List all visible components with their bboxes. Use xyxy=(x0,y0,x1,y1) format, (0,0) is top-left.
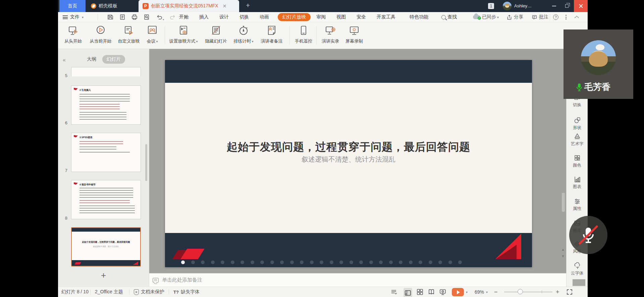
print-button[interactable] xyxy=(131,14,139,20)
speaker-notes-button[interactable]: 演讲者备注 xyxy=(258,25,285,44)
zoom-slider-handle[interactable] xyxy=(518,289,523,294)
close-window-button[interactable] xyxy=(574,0,588,12)
tab-docer-templates[interactable]: 稻壳模板 xyxy=(87,0,121,12)
tab-document[interactable]: P 创新立项实用经验交流0517MFX ✕ xyxy=(139,0,239,12)
slide-title[interactable]: 起始于发现问题，过程贯穿于问题，最后回答问题 xyxy=(165,140,532,155)
tab-document-label: 创新立项实用经验交流0517MFX xyxy=(151,3,218,9)
more-menu-button[interactable] xyxy=(566,12,567,22)
tab-slides[interactable]: 幻灯片 xyxy=(102,55,125,64)
presenter-view-button[interactable] xyxy=(439,287,446,297)
tab-outline[interactable]: 大纲 xyxy=(87,56,96,62)
find-button[interactable]: 查找 xyxy=(441,12,457,22)
comment-button[interactable]: 批注 xyxy=(532,12,548,22)
restore-button[interactable] xyxy=(561,0,573,12)
redo-button[interactable] xyxy=(169,14,177,20)
tab-home[interactable]: 首页 xyxy=(59,0,86,12)
undo-button[interactable]: ▾ xyxy=(156,14,166,20)
play-from-start-button[interactable]: 从头开始 xyxy=(62,25,84,44)
protection-status[interactable]: ✕ 文档未保护 xyxy=(134,287,164,297)
microphone-muted-button[interactable] xyxy=(569,216,607,254)
share-button[interactable]: 分享 xyxy=(506,12,523,22)
lecture-record-button[interactable]: 演讲实录 xyxy=(320,25,341,44)
theme-name[interactable]: 2_Office 主题 xyxy=(95,287,123,297)
zoom-level[interactable]: 69%▾ xyxy=(475,287,488,297)
play-from-current-button[interactable]: 从当前开始 xyxy=(88,25,114,44)
file-menu[interactable]: 文件 ▾ xyxy=(63,12,84,22)
progress-dot xyxy=(280,260,284,264)
slide-sorter-view-button[interactable] xyxy=(416,287,424,297)
minimize-button[interactable] xyxy=(548,0,560,12)
normal-view-button[interactable] xyxy=(404,288,412,297)
new-tab-button[interactable]: + xyxy=(246,1,250,9)
sidebar-item-shapes[interactable]: 形状 xyxy=(567,117,588,131)
progress-dot xyxy=(221,260,224,264)
ppt-file-icon: P xyxy=(143,3,149,9)
zoom-in-button[interactable]: + xyxy=(556,287,559,297)
menu-item-security[interactable]: 安全 xyxy=(356,12,367,22)
previous-slide-button[interactable]: ▲ xyxy=(561,247,565,251)
reading-view-button[interactable] xyxy=(428,287,435,297)
sidebar-item-chart[interactable]: 图表 xyxy=(567,176,588,190)
slide-thumbnail-8-selected[interactable]: 起始于发现问题，过程贯穿于问题，最后回答问题 叙述逻辑不清楚、统计方法混乱 xyxy=(71,227,141,266)
print-preview-button[interactable] xyxy=(143,14,151,20)
export-button[interactable] xyxy=(119,14,126,20)
notes-bar[interactable]: 单击此处添加备注 xyxy=(149,273,566,287)
add-slide-button[interactable]: + xyxy=(58,270,149,281)
status-bar: 幻灯片 8 / 10 2_Office 主题 ✕ 文档未保护 T? 缺失字体 ▾… xyxy=(58,287,588,297)
missing-font-status[interactable]: T? 缺失字体 xyxy=(173,287,200,297)
custom-show-button[interactable]: 自定义放映 xyxy=(116,25,142,44)
next-slide-button[interactable]: ▼ xyxy=(561,254,565,258)
sidebar-scroll-corner[interactable] xyxy=(573,279,585,286)
menu-item-devtools[interactable]: 开发工具 xyxy=(376,12,396,22)
slide-bottom-band xyxy=(165,233,532,267)
menu-item-view[interactable]: 视图 xyxy=(336,12,346,22)
menu-item-slideshow-active[interactable]: 幻灯片放映 xyxy=(278,13,311,21)
progress-dot xyxy=(359,260,363,264)
menu-item-animation[interactable]: 动画 xyxy=(259,12,270,22)
collapse-ribbon-button[interactable] xyxy=(575,12,578,22)
sidebar-item-color[interactable]: 颜色 xyxy=(567,154,588,168)
zoom-out-button[interactable]: − xyxy=(494,287,498,297)
sync-status-button[interactable]: 已同步▾ xyxy=(473,12,499,22)
collapse-panel-button[interactable]: « xyxy=(63,57,66,63)
start-slideshow-button[interactable] xyxy=(452,288,464,296)
sidebar-item-properties[interactable]: 属性 xyxy=(567,197,588,212)
wordart-icon xyxy=(574,133,581,140)
menu-bar: 文件 ▾ ▾ 开始 插入 设计 切换 动画 幻灯片放映 审阅 视图 安全 开发工… xyxy=(58,12,588,22)
sidebar-item-wordart[interactable]: 艺术字 xyxy=(567,133,588,147)
slide-thumbnail-7[interactable]: 4 项目书中细节 xyxy=(71,180,141,219)
rehearse-timing-button[interactable]: 排练计时▾ xyxy=(231,25,256,44)
menu-item-features[interactable]: 特色功能 xyxy=(409,12,429,22)
slideshow-dropdown[interactable]: ▾ xyxy=(466,287,468,297)
help-button[interactable]: ? xyxy=(553,12,558,22)
close-tab-icon[interactable]: ✕ xyxy=(223,3,227,9)
current-slide[interactable]: 起始于发现问题，过程贯穿于问题，最后回答问题 叙述逻辑不清楚、统计方法混乱 xyxy=(165,60,532,267)
slide-thumbnail-6[interactable]: 3 SPSS使用 xyxy=(71,133,141,172)
menu-item-transition[interactable]: 切换 xyxy=(239,12,250,22)
menu-item-insert[interactable]: 插入 xyxy=(199,12,209,22)
meeting-button[interactable]: 会议▾ xyxy=(144,25,161,44)
show-settings-button[interactable]: 设置放映方式▾ xyxy=(168,25,199,44)
microphone-on-icon xyxy=(576,83,583,92)
panel-scrollbar-thumb[interactable] xyxy=(145,144,147,181)
account-avatar[interactable] xyxy=(503,2,512,10)
phone-remote-button[interactable]: 手机遥控 xyxy=(293,25,314,44)
slide-thumbnail-partial[interactable] xyxy=(71,67,141,76)
sidebar-item-cloud-font[interactable]: 云字体 xyxy=(567,262,588,276)
menu-item-home[interactable]: 开始 xyxy=(178,12,189,22)
slide-subtitle[interactable]: 叙述逻辑不清楚、统计方法混乱 xyxy=(165,155,532,164)
menu-item-review[interactable]: 审阅 xyxy=(316,12,326,22)
screen-record-button[interactable]: 屏幕录制 xyxy=(343,25,365,44)
participant-video-tile[interactable]: 毛芳香 xyxy=(564,29,633,99)
slide-number: 7 xyxy=(59,168,67,173)
slide-thumbnail-5[interactable]: 2 引用插入 xyxy=(71,85,141,125)
hide-slide-button[interactable]: 隐藏幻灯片 xyxy=(203,25,229,44)
notification-badge[interactable]: 1 xyxy=(488,3,494,9)
notes-toggle-button[interactable] xyxy=(390,287,397,297)
menu-item-design[interactable]: 设计 xyxy=(219,12,229,22)
zoom-slider-track[interactable] xyxy=(504,292,552,292)
canvas-scrollbar-thumb[interactable] xyxy=(562,193,565,212)
account-name[interactable]: Ashley… xyxy=(514,3,532,8)
fit-to-screen-button[interactable] xyxy=(567,287,572,297)
save-button[interactable] xyxy=(107,14,114,20)
